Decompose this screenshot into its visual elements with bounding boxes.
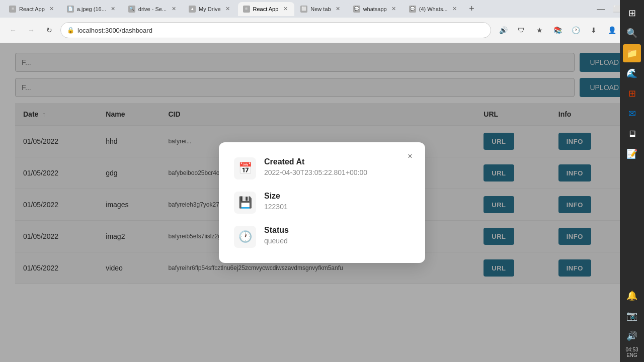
- modal-value-size: 122301: [264, 203, 288, 211]
- modal-icon-size: 💾: [234, 192, 256, 214]
- tab-close-tab8[interactable]: ✕: [451, 5, 459, 13]
- tab-close-tab4[interactable]: ✕: [224, 5, 232, 13]
- browser-chrome: ⚛ React App ✕ 📄 a.jpeg (16... ✕ 🔍 drive …: [0, 0, 644, 43]
- taskbar-vscode-icon[interactable]: 📝: [623, 145, 641, 163]
- forward-button[interactable]: →: [24, 23, 38, 37]
- tab-close-tab5[interactable]: ✕: [281, 5, 289, 13]
- tab-tab3[interactable]: 🔍 drive - Se... ✕: [123, 2, 183, 16]
- tab-favicon-tab2: 📄: [67, 6, 74, 13]
- taskbar-mail-icon[interactable]: ✉: [623, 105, 641, 123]
- tracking-prevention-button[interactable]: 🛡: [513, 22, 529, 38]
- tab-title-tab2: a.jpeg (16...: [77, 6, 106, 12]
- tab-close-tab7[interactable]: ✕: [390, 5, 398, 13]
- profile-button[interactable]: 👤: [604, 22, 620, 38]
- tab-title-tab3: drive - Se...: [138, 6, 167, 12]
- address-bar: ← → ↻ 🔒 localhost:3000/dashboard 🔊 🛡 ★ 📚…: [0, 18, 644, 43]
- url-bar[interactable]: 🔒 localhost:3000/dashboard: [60, 22, 491, 38]
- downloads-button[interactable]: ⬇: [586, 22, 602, 38]
- modal-item-created-at: 📅 Created At 2022-04-30T23:05:22.801+00:…: [234, 157, 410, 179]
- collections-button[interactable]: 📚: [549, 22, 566, 38]
- tab-bar: ⚛ React App ✕ 📄 a.jpeg (16... ✕ 🔍 drive …: [0, 0, 644, 18]
- tab-tab2[interactable]: 📄 a.jpeg (16... ✕: [62, 2, 122, 16]
- taskbar-volume-icon[interactable]: 🔊: [623, 327, 641, 345]
- modal-value-created-at: 2022-04-30T23:05:22.801+00:00: [264, 168, 367, 176]
- minimize-button[interactable]: —: [594, 2, 608, 16]
- taskbar-notifications-icon[interactable]: 🔔: [623, 287, 641, 305]
- tab-tab4[interactable]: ▲ My Drive ✕: [184, 2, 236, 16]
- modal-close-button[interactable]: ×: [403, 149, 417, 163]
- modal-label-status: Status: [264, 226, 289, 235]
- reload-button[interactable]: ↻: [42, 23, 56, 37]
- modal-label-created-at: Created At: [264, 157, 367, 166]
- tab-tab5[interactable]: ⚛ React App ✕: [238, 2, 295, 16]
- modal-label-size: Size: [264, 192, 288, 201]
- modal-value-status: queued: [264, 237, 289, 245]
- modal-content-size: Size 122301: [264, 192, 288, 211]
- taskbar-search-icon[interactable]: 🔍: [623, 24, 641, 42]
- back-button[interactable]: ←: [6, 23, 20, 37]
- tab-close-tab2[interactable]: ✕: [109, 5, 117, 13]
- tab-title-tab1: React App: [19, 6, 45, 12]
- tab-title-tab4: My Drive: [199, 6, 220, 12]
- tab-favicon-tab8: 💬: [409, 6, 416, 13]
- tab-favicon-tab1: ⚛: [9, 6, 16, 13]
- tab-tab8[interactable]: 💬 (4) Whats... ✕: [404, 2, 464, 16]
- tab-tab6[interactable]: ⬜ New tab ✕: [295, 2, 347, 16]
- taskbar-ms365-icon[interactable]: ⊞: [623, 84, 641, 103]
- tab-title-tab6: New tab: [310, 6, 331, 12]
- modal-overlay[interactable]: × 📅 Created At 2022-04-30T23:05:22.801+0…: [0, 43, 644, 362]
- tab-favicon-tab3: 🔍: [128, 6, 135, 13]
- info-modal: × 📅 Created At 2022-04-30T23:05:22.801+0…: [219, 142, 425, 263]
- modal-icon-created-at: 📅: [234, 157, 256, 179]
- modal-item-size: 💾 Size 122301: [234, 192, 410, 214]
- read-aloud-button[interactable]: 🔊: [495, 22, 511, 38]
- new-tab-button[interactable]: +: [465, 2, 479, 16]
- windows-taskbar: ⊞ 🔍 📁 🌊 ⊞ ✉ 🖥 📝 🔔 📷 🔊 04:53 ENG: [620, 0, 644, 362]
- tab-close-tab3[interactable]: ✕: [170, 5, 178, 13]
- tab-close-tab6[interactable]: ✕: [334, 5, 342, 13]
- taskbar-dell-icon[interactable]: 🖥: [623, 125, 641, 143]
- modal-item-status: 🕐 Status queued: [234, 226, 410, 248]
- favorites-button[interactable]: ★: [531, 22, 547, 38]
- tab-favicon-tab7: 💬: [353, 6, 360, 13]
- taskbar-windows-icon[interactable]: ⊞: [623, 4, 641, 22]
- tab-tab1[interactable]: ⚛ React App ✕: [4, 2, 61, 16]
- lock-icon: 🔒: [67, 27, 74, 34]
- url-text: localhost:3000/dashboard: [77, 27, 485, 34]
- taskbar-time: 04:53 ENG: [625, 347, 638, 358]
- tab-favicon-tab6: ⬜: [300, 6, 307, 13]
- tab-title-tab8: (4) Whats...: [419, 6, 448, 12]
- tab-close-tab1[interactable]: ✕: [48, 5, 56, 13]
- tab-favicon-tab5: ⚛: [243, 6, 250, 13]
- taskbar-edge-icon[interactable]: 🌊: [623, 64, 641, 82]
- modal-content-status: Status queued: [264, 226, 289, 245]
- modal-content-created-at: Created At 2022-04-30T23:05:22.801+00:00: [264, 157, 367, 176]
- modal-items: 📅 Created At 2022-04-30T23:05:22.801+00:…: [234, 157, 410, 248]
- history-button[interactable]: 🕐: [568, 22, 584, 38]
- toolbar-actions: 🔊 🛡 ★ 📚 🕐 ⬇ 👤 ⋯: [495, 22, 638, 38]
- tab-favicon-tab4: ▲: [189, 6, 196, 13]
- modal-icon-status: 🕐: [234, 226, 256, 248]
- main-content: UPLOAD UPLOAD Date ↑ Name CID URL Info: [0, 43, 644, 362]
- tab-tab7[interactable]: 💬 whatsapp ✕: [348, 2, 403, 16]
- taskbar-explorer-icon[interactable]: 📁: [623, 44, 641, 62]
- tab-title-tab7: whatsapp: [363, 6, 387, 12]
- taskbar-camera-icon[interactable]: 📷: [623, 307, 641, 325]
- tab-title-tab5: React App: [253, 6, 279, 12]
